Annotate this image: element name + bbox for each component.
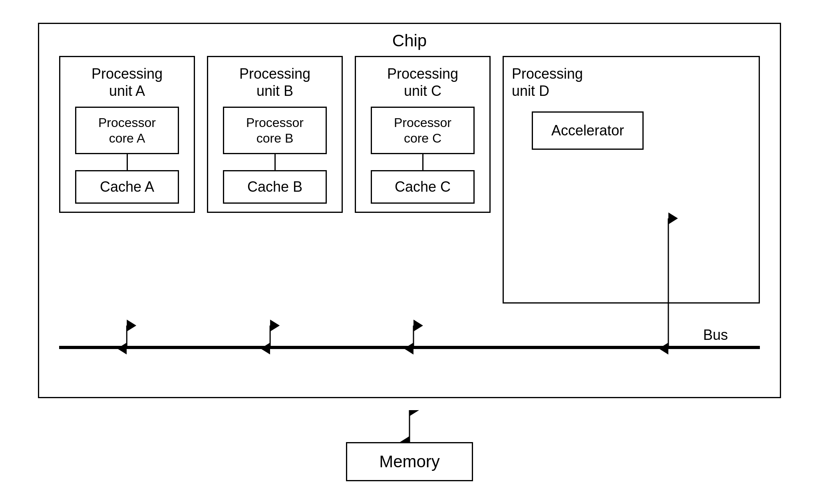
- cache-c: Cache C: [371, 170, 475, 204]
- unit-c-title: Processingunit C: [387, 65, 458, 99]
- memory-box: Memory: [346, 442, 473, 481]
- chip-label: Chip: [392, 31, 427, 50]
- chip-box: Chip Processingunit A Processorcore A Ca…: [38, 23, 781, 398]
- bus-label: Bus: [703, 327, 728, 343]
- memory-section: Memory: [346, 410, 473, 481]
- memory-arrow-svg: [370, 410, 449, 442]
- diagram-wrapper: Chip Processingunit A Processorcore A Ca…: [18, 16, 801, 488]
- connector-b-core-cache: [274, 154, 276, 170]
- bus-line: [59, 346, 760, 349]
- processing-unit-b: Processingunit B Processorcore B Cache B: [207, 56, 343, 213]
- cache-b: Cache B: [223, 170, 327, 204]
- cache-a: Cache A: [75, 170, 179, 204]
- bus-area: Bus: [59, 325, 760, 349]
- processing-unit-a: Processingunit A Processorcore A Cache A: [59, 56, 195, 213]
- processing-unit-c: Processingunit C Processorcore C Cache C: [355, 56, 491, 213]
- unit-b-title: Processingunit B: [239, 65, 310, 99]
- connector-a-core-cache: [127, 154, 128, 170]
- unit-d-title: Processingunit D: [512, 65, 583, 99]
- processor-core-a: Processorcore A: [75, 107, 179, 154]
- units-row: Processingunit A Processorcore A Cache A…: [59, 56, 760, 304]
- accelerator: Accelerator: [532, 111, 644, 150]
- processor-core-c: Processorcore C: [371, 107, 475, 154]
- unit-a-title: Processingunit A: [91, 65, 163, 99]
- connector-c-core-cache: [422, 154, 423, 170]
- processing-unit-d: Processingunit D Accelerator: [503, 56, 760, 304]
- processor-core-b: Processorcore B: [223, 107, 327, 154]
